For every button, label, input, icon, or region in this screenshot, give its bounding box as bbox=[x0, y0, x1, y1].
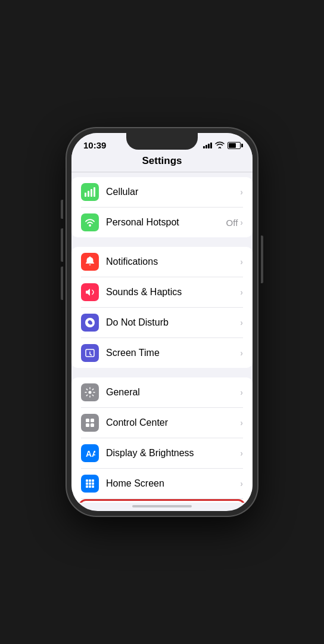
svg-rect-1 bbox=[88, 191, 89, 197]
status-bar: 10:39 bbox=[71, 133, 253, 153]
svg-point-5 bbox=[89, 256, 91, 258]
notifications-label: Notifications bbox=[106, 256, 240, 267]
status-icons bbox=[203, 141, 241, 150]
settings-content[interactable]: Cellular › Personal Hotspot Off › bbox=[71, 172, 253, 503]
svg-rect-14 bbox=[89, 479, 91, 482]
svg-rect-0 bbox=[85, 193, 86, 197]
section-notifications: Notifications › Sounds & Haptics › bbox=[71, 247, 253, 368]
control-center-icon bbox=[81, 414, 99, 432]
svg-rect-9 bbox=[91, 419, 94, 422]
page-title: Settings bbox=[142, 155, 182, 166]
svg-rect-19 bbox=[86, 485, 88, 488]
svg-rect-20 bbox=[89, 485, 91, 488]
dnd-label: Do Not Disturb bbox=[106, 317, 240, 328]
home-screen-icon bbox=[81, 475, 99, 493]
sounds-icon bbox=[81, 283, 99, 301]
row-display-brightness[interactable]: AA Display & Brightness › bbox=[81, 438, 243, 469]
general-icon bbox=[81, 383, 99, 401]
row-cellular[interactable]: Cellular › bbox=[81, 177, 243, 208]
cellular-chevron: › bbox=[240, 187, 243, 197]
status-time: 10:39 bbox=[83, 140, 106, 150]
svg-rect-11 bbox=[91, 423, 94, 427]
dnd-icon bbox=[81, 314, 99, 332]
row-home-screen[interactable]: Home Screen › bbox=[81, 469, 243, 499]
row-accessibility[interactable]: Accessibility › bbox=[79, 499, 245, 503]
row-sounds-haptics[interactable]: Sounds & Haptics › bbox=[81, 277, 243, 308]
svg-rect-10 bbox=[86, 423, 89, 427]
general-chevron: › bbox=[240, 388, 243, 397]
svg-rect-3 bbox=[94, 187, 95, 197]
svg-point-7 bbox=[89, 391, 92, 394]
svg-text:AA: AA bbox=[86, 449, 95, 459]
row-notifications[interactable]: Notifications › bbox=[81, 247, 243, 277]
control-center-label: Control Center bbox=[106, 417, 240, 428]
row-control-center[interactable]: Control Center › bbox=[81, 408, 243, 438]
svg-rect-17 bbox=[89, 482, 91, 485]
nav-bar: Settings bbox=[71, 153, 253, 172]
row-do-not-disturb[interactable]: Do Not Disturb › bbox=[81, 308, 243, 338]
cellular-icon bbox=[81, 183, 99, 201]
svg-rect-2 bbox=[91, 189, 92, 197]
sounds-chevron: › bbox=[240, 287, 243, 297]
notifications-chevron: › bbox=[240, 257, 243, 267]
hotspot-value: Off bbox=[226, 218, 238, 228]
display-brightness-label: Display & Brightness bbox=[106, 448, 240, 459]
general-label: General bbox=[106, 387, 240, 398]
section-connectivity: Cellular › Personal Hotspot Off › bbox=[71, 177, 253, 237]
svg-rect-8 bbox=[86, 419, 89, 422]
screen-time-label: Screen Time bbox=[106, 348, 240, 358]
display-brightness-chevron: › bbox=[240, 448, 243, 458]
notch bbox=[126, 133, 198, 150]
hotspot-icon bbox=[81, 213, 99, 231]
svg-rect-15 bbox=[92, 479, 94, 482]
notifications-icon bbox=[81, 253, 99, 271]
home-screen-label: Home Screen bbox=[106, 478, 240, 489]
row-personal-hotspot[interactable]: Personal Hotspot Off › bbox=[81, 208, 243, 237]
svg-rect-21 bbox=[92, 485, 94, 488]
display-brightness-icon: AA bbox=[81, 444, 99, 462]
home-screen-chevron: › bbox=[240, 479, 243, 488]
screen-time-chevron: › bbox=[240, 348, 243, 358]
dnd-chevron: › bbox=[240, 318, 243, 327]
svg-rect-13 bbox=[86, 479, 88, 482]
svg-rect-18 bbox=[92, 482, 94, 485]
control-center-chevron: › bbox=[240, 418, 243, 428]
section-display: General › Control Center › bbox=[71, 377, 253, 503]
cellular-label: Cellular bbox=[106, 187, 240, 197]
signal-bars-icon bbox=[203, 143, 212, 148]
battery-icon bbox=[228, 142, 241, 149]
wifi-icon bbox=[215, 141, 225, 150]
sounds-label: Sounds & Haptics bbox=[106, 287, 240, 298]
screen-time-icon bbox=[81, 344, 99, 362]
hotspot-label: Personal Hotspot bbox=[106, 217, 226, 228]
svg-point-4 bbox=[89, 224, 91, 227]
row-screen-time[interactable]: Screen Time › bbox=[81, 338, 243, 368]
svg-rect-16 bbox=[86, 482, 88, 485]
row-general[interactable]: General › bbox=[81, 377, 243, 408]
hotspot-chevron: › bbox=[240, 218, 243, 227]
home-indicator bbox=[132, 505, 192, 507]
